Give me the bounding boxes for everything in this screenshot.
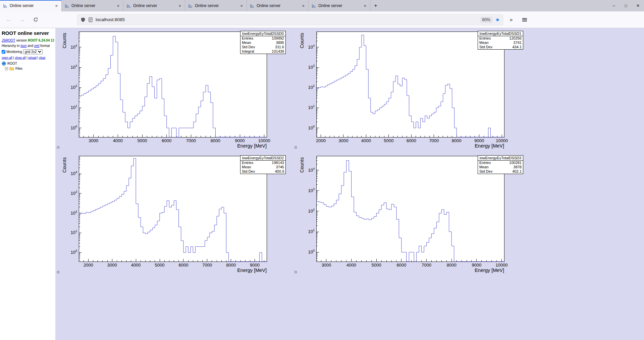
tab-label: Online server (318, 3, 361, 8)
stat-row: Entries198143 (240, 161, 285, 165)
stat-row: Mean3745 (240, 165, 285, 169)
svg-text:104: 104 (71, 170, 77, 176)
plot-pad-lowEnergyEyTotalDSSD1[interactable]: 2000300040005000600070008000900010000100… (294, 28, 531, 153)
pad-resize-handle[interactable] (294, 271, 297, 273)
tab-close-icon[interactable]: × (178, 3, 182, 8)
svg-text:10000: 10000 (496, 138, 508, 143)
new-tab-button[interactable]: + (370, 0, 381, 11)
bookmark-star-icon[interactable]: ★ (495, 17, 500, 23)
stat-label: Mean (242, 41, 251, 45)
tab-3[interactable]: Online server× (185, 0, 247, 11)
stat-box-lowEnergyEyTotalDSSD0[interactable]: lowEnergyEyTotalDSSD0Entries109992Mean38… (240, 31, 286, 54)
stat-row: Std Dev400.9 (240, 169, 285, 174)
svg-text:104: 104 (308, 167, 315, 173)
y-axis-title: Counts (62, 157, 67, 173)
stat-row: Std Dev402.1 (478, 169, 523, 174)
tab-close-icon[interactable]: × (54, 3, 58, 8)
stat-row: Entries100281 (478, 161, 523, 165)
monitoring-checkbox[interactable] (2, 50, 5, 54)
app-menu-button[interactable] (519, 15, 530, 25)
svg-text:10000: 10000 (495, 263, 507, 268)
pad-resize-handle[interactable] (57, 146, 59, 149)
tracking-protection-icon[interactable] (80, 17, 86, 22)
stat-box-lowEnergyEyTotalDSSD1[interactable]: lowEnergyEyTotalDSSD1Entries120256Mean37… (478, 31, 523, 50)
tree-item-root[interactable]: ROOT (2, 61, 54, 66)
tab-close-icon[interactable]: × (301, 3, 305, 8)
root-canvas: 3000400050006000700080009000100001001011… (56, 28, 531, 277)
svg-text:3000: 3000 (339, 138, 348, 143)
tab-bar: Online server×Online server×Online serve… (0, 0, 644, 11)
stat-label: Mean (479, 41, 489, 45)
url-bar[interactable]: localhost:8085 80% ★ (77, 14, 503, 25)
svg-text:101: 101 (308, 104, 315, 110)
stat-value: 311.6 (275, 45, 284, 49)
jsroot-sidebar: ROOT online server JSROOT version ROOT 6… (0, 28, 55, 340)
svg-text:4000: 4000 (131, 263, 141, 268)
layout-select[interactable]: grid 2x2 (23, 49, 43, 54)
tab-favicon (65, 4, 69, 8)
svg-text:8000: 8000 (452, 138, 462, 143)
hamburger-icon (522, 19, 527, 20)
plot-frame (316, 156, 504, 262)
stat-row: Integral101439 (240, 49, 285, 54)
plot-pad-lowEnergyEyTotalDSSD0[interactable]: 3000400050006000700080009000100001001011… (56, 28, 294, 153)
tab-close-icon[interactable]: × (116, 3, 120, 8)
tab-label: Online server (257, 3, 299, 8)
folder-icon (9, 67, 14, 70)
svg-text:5000: 5000 (372, 263, 381, 268)
tab-favicon (250, 4, 254, 8)
site-info-icon[interactable] (89, 17, 93, 22)
xml-link[interactable]: xml (34, 44, 40, 48)
svg-text:100: 100 (71, 249, 77, 255)
sidebar-action-open-all[interactable]: open all (2, 56, 12, 59)
tab-4[interactable]: Online server× (247, 0, 309, 11)
url-text[interactable]: localhost:8085 (96, 17, 477, 22)
tree-root-label: ROOT (7, 62, 17, 65)
window-maximize-button[interactable]: □ (620, 0, 632, 11)
plots-area: 3000400050006000700080009000100001001011… (55, 28, 644, 340)
sidebar-action-reload[interactable]: reload (28, 56, 37, 59)
tab-0[interactable]: Online server× (0, 0, 62, 11)
tab-1[interactable]: Online server× (62, 0, 123, 11)
svg-text:9000: 9000 (250, 263, 260, 268)
plot-pad-lowEnergyEyTotalDSSD3[interactable]: 3000400050006000700080009000100001001011… (294, 153, 531, 277)
y-axis-title: Counts (299, 157, 305, 173)
json-link[interactable]: json (20, 44, 26, 48)
tab-favicon (312, 4, 316, 8)
stat-box-lowEnergyEyTotalDSSD2[interactable]: lowEnergyEyTotalDSSD2Entries198143Mean37… (240, 155, 286, 174)
tab-2[interactable]: Online server× (123, 0, 185, 11)
svg-text:100: 100 (308, 249, 315, 254)
stat-label: Mean (242, 165, 251, 169)
window-minimize-button[interactable]: – (608, 0, 620, 11)
tab-favicon (126, 4, 131, 8)
tab-close-icon[interactable]: × (363, 3, 367, 8)
svg-text:7000: 7000 (186, 138, 196, 143)
back-button[interactable]: ← (3, 15, 14, 25)
pad-resize-handle[interactable] (294, 146, 297, 149)
version-word: version (16, 39, 27, 42)
page-content: ROOT online server JSROOT version ROOT 6… (0, 28, 644, 340)
x-axis-title: Energy [MeV] (475, 268, 504, 273)
reload-button[interactable] (30, 15, 41, 25)
x-axis-title: Energy [MeV] (237, 268, 267, 273)
window-close-button[interactable]: ✕ (632, 0, 644, 11)
stat-box-lowEnergyEyTotalDSSD3[interactable]: lowEnergyEyTotalDSSD3Entries100281Mean38… (478, 155, 523, 174)
overflow-menu-button[interactable]: » (506, 15, 517, 25)
tab-close-icon[interactable]: × (239, 3, 244, 8)
pad-resize-handle[interactable] (57, 271, 59, 273)
zoom-level-badge[interactable]: 80% (480, 17, 492, 23)
svg-text:103: 103 (71, 64, 77, 70)
tab-favicon (3, 4, 7, 8)
link-separator: | (12, 56, 15, 59)
tree-item-files[interactable]: + Files (2, 67, 54, 70)
expand-icon[interactable]: + (5, 67, 8, 70)
jsroot-link[interactable]: JSROOT (2, 39, 15, 42)
tab-5[interactable]: Online server× (309, 0, 370, 11)
svg-text:6000: 6000 (162, 138, 171, 143)
root-version: ROOT 6.24.04 13/07/2021 (28, 39, 54, 42)
sidebar-action-clear[interactable]: clear (39, 56, 46, 59)
forward-button[interactable]: → (17, 15, 28, 25)
plot-pad-lowEnergyEyTotalDSSD2[interactable]: 2000300040005000600070008000900010010110… (56, 153, 294, 277)
sidebar-action-close-all[interactable]: close all (15, 56, 26, 59)
stat-label: Std Dev (479, 45, 492, 49)
